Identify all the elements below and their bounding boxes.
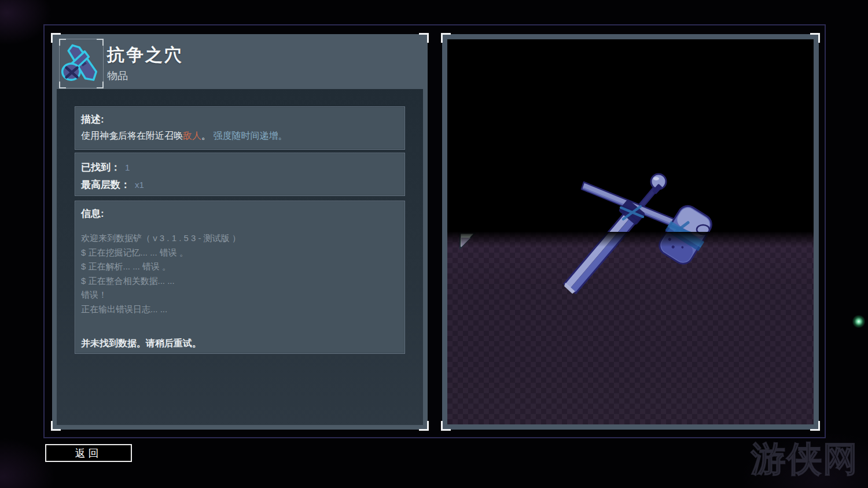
item-info-body: 描述: 使用神龛后将在附近召唤敌人。 强度随时间递增。 已找到：1 最高层数：x… xyxy=(57,89,423,425)
description-label: 描述: xyxy=(81,113,104,126)
log-line: 错误！ xyxy=(81,288,399,302)
data-shovel-log: 欢迎来到数据铲（ v 3 . 1 . 5 3 - 测试版 ） $ 正在挖掘记忆.… xyxy=(81,231,399,316)
back-button[interactable]: 返回 xyxy=(45,444,132,462)
icon-frame-corner xyxy=(59,39,66,46)
log-line: 欢迎来到数据铲（ v 3 . 1 . 5 3 - 测试版 ） xyxy=(81,231,399,246)
no-data-message: 并未找到数据。请稍后重试。 xyxy=(81,338,201,350)
item-icon xyxy=(59,39,104,88)
info-box: 信息: 欢迎来到数据铲（ v 3 . 1 . 5 3 - 测试版 ） $ 正在挖… xyxy=(75,201,405,354)
log-line: $ 正在整合相关数据... ... xyxy=(81,274,399,289)
description-segment: 。 xyxy=(201,131,213,141)
icon-frame-corner xyxy=(97,82,104,88)
description-box: 描述: 使用神龛后将在附近召唤敌人。 强度随时间递增。 xyxy=(75,106,405,150)
log-line: $ 正在挖掘记忆... ... 错误 。 xyxy=(81,246,399,260)
stats-box: 已找到：1 最高层数：x1 xyxy=(75,153,405,196)
found-count-label: 已找到： xyxy=(81,162,120,173)
item-title: 抗争之穴 xyxy=(107,43,183,67)
max-floor-label: 最高层数： xyxy=(81,179,130,190)
max-floor-row: 最高层数：x1 xyxy=(81,178,144,191)
found-count-row: 已找到：1 xyxy=(81,161,130,174)
crossed-sword-hammer-icon xyxy=(60,39,103,88)
item-category: 物品 xyxy=(107,69,128,83)
corner-bracket-icon xyxy=(419,33,429,43)
log-line: 正在输出错误日志... ... xyxy=(81,302,399,317)
description-segment: 使用神龛后将在附近召唤 xyxy=(81,131,183,141)
watermark: 游侠网 xyxy=(751,436,859,483)
description-enemy-word: 敌人 xyxy=(183,131,201,141)
model-viewport[interactable] xyxy=(447,39,814,424)
description-scaling-text: 强度随时间递增。 xyxy=(213,131,287,141)
icon-frame-corner xyxy=(97,39,104,46)
log-line: $ 正在解析... ... 错误 。 xyxy=(81,260,399,274)
description-text: 使用神龛后将在附近召唤敌人。 强度随时间递增。 xyxy=(81,130,287,142)
max-floor-value: x1 xyxy=(135,180,144,190)
item-info-panel: 抗争之穴 物品 描述: 使用神龛后将在附近召唤敌人。 强度随时间递增。 已找到：… xyxy=(52,34,428,430)
icon-frame-corner xyxy=(59,82,66,88)
item-detail-window: 抗争之穴 物品 描述: 使用神龛后将在附近召唤敌人。 强度随时间递增。 已找到：… xyxy=(43,24,826,438)
model-viewer-panel xyxy=(442,34,819,430)
found-count-value: 1 xyxy=(125,162,130,172)
info-label: 信息: xyxy=(81,207,104,220)
